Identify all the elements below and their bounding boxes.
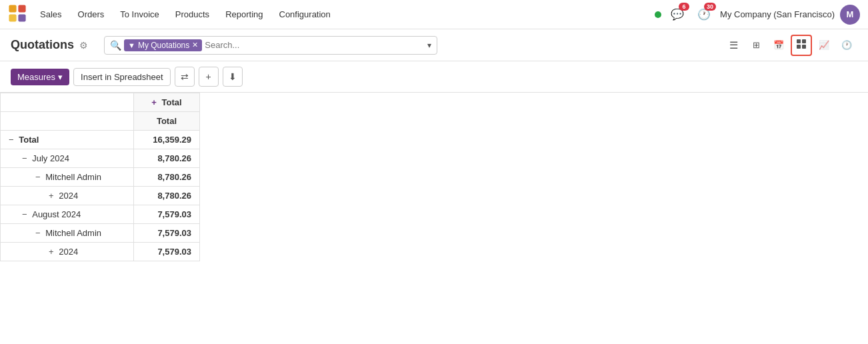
online-status-dot	[655, 11, 661, 18]
row-value-cell: 7,579.03	[134, 224, 200, 243]
chat-button[interactable]: 💬 6	[667, 4, 688, 25]
nav-configuration[interactable]: Configuration	[273, 5, 337, 23]
row-value-cell: 8,780.26	[134, 168, 200, 187]
filter-chip-remove[interactable]: ✕	[192, 41, 198, 49]
row-label: 2024	[59, 247, 78, 257]
nav-sales[interactable]: Sales	[33, 5, 69, 23]
row-label: Mitchell Admin	[45, 172, 101, 182]
expand-all-button[interactable]: +	[199, 67, 219, 87]
kanban-view-icon: ⊞	[753, 40, 760, 50]
activity-view-button[interactable]: 🕐	[836, 35, 857, 56]
chart-view-icon: 📈	[819, 40, 829, 50]
pivot-view-icon	[796, 39, 807, 51]
user-avatar[interactable]: M	[840, 5, 860, 25]
search-input[interactable]	[205, 40, 425, 50]
nav-to-invoice[interactable]: To Invoice	[113, 5, 166, 23]
col-expand-icon[interactable]: +	[151, 97, 157, 107]
activity-badge: 30	[704, 3, 716, 11]
row-value-cell: 8,780.26	[134, 149, 200, 168]
col-total-label: Total	[162, 97, 182, 107]
calendar-view-icon: 📅	[773, 40, 784, 50]
search-dropdown-button[interactable]: ▾	[427, 41, 431, 50]
chat-badge: 6	[679, 3, 689, 11]
svg-rect-1	[18, 5, 25, 12]
activity-view-icon: 🕐	[841, 40, 852, 50]
table-row: − August 20247,579.03	[1, 205, 200, 224]
my-quotations-filter-chip[interactable]: ▼ My Quotations ✕	[124, 39, 202, 51]
row-label-cell: + 2024	[1, 187, 134, 205]
nav-right-area: 💬 6 🕐 30 My Company (San Francisco) M	[655, 4, 860, 25]
table-row: − Mitchell Admin7,579.03	[1, 224, 200, 243]
pivot-table: + Total Total − Total16,359.29− July 202…	[0, 93, 200, 261]
settings-gear-icon[interactable]: ⚙	[79, 40, 88, 51]
svg-rect-5	[802, 39, 806, 43]
pivot-view-button[interactable]	[791, 35, 812, 56]
top-navigation: Sales Orders To Invoice Products Reporti…	[0, 0, 868, 29]
measures-button[interactable]: Measures ▾	[11, 69, 69, 85]
row-label: July 2024	[32, 153, 69, 163]
download-button[interactable]: ⬇	[223, 67, 243, 87]
row-label: Total	[19, 135, 39, 145]
svg-rect-4	[797, 39, 801, 43]
filter-chip-label: My Quotations	[138, 41, 189, 50]
expand-icon[interactable]: +	[49, 247, 56, 257]
table-row: − July 20248,780.26	[1, 149, 200, 168]
nav-reporting[interactable]: Reporting	[219, 5, 269, 23]
chart-view-button[interactable]: 📈	[813, 35, 835, 56]
pivot-col-total-header: + Total	[134, 93, 200, 112]
search-icon: 🔍	[110, 40, 121, 51]
pivot-col-sub-total: Total	[134, 112, 200, 131]
row-label-cell: − July 2024	[1, 149, 134, 168]
row-label: 2024	[59, 191, 78, 201]
pivot-toolbar: Measures ▾ Insert in Spreadsheet ⇄ + ⬇	[0, 61, 868, 93]
svg-rect-7	[802, 45, 806, 49]
svg-rect-2	[9, 14, 16, 21]
page-title: Quotations	[11, 38, 74, 52]
app-logo[interactable]	[8, 4, 31, 25]
pivot-sub-header-empty	[1, 112, 134, 131]
svg-rect-0	[9, 5, 16, 12]
collapse-icon[interactable]: −	[35, 228, 43, 238]
flip-axis-button[interactable]: ⇄	[175, 67, 195, 87]
search-bar: 🔍 ▼ My Quotations ✕ ▾	[104, 36, 437, 55]
row-label-cell: + 2024	[1, 243, 134, 261]
activity-button[interactable]: 🕐 30	[693, 4, 715, 25]
nav-products[interactable]: Products	[169, 5, 216, 23]
measures-dropdown-icon: ▾	[58, 72, 63, 82]
download-icon: ⬇	[229, 71, 237, 82]
table-row: − Mitchell Admin8,780.26	[1, 168, 200, 187]
collapse-icon[interactable]: −	[35, 172, 43, 182]
row-label-cell: − Mitchell Admin	[1, 224, 134, 243]
table-row: − Total16,359.29	[1, 131, 200, 149]
pivot-table-container: + Total Total − Total16,359.29− July 202…	[0, 93, 868, 261]
collapse-icon[interactable]: −	[22, 209, 29, 219]
table-row: + 20248,780.26	[1, 187, 200, 205]
flip-axis-icon: ⇄	[181, 71, 189, 82]
row-label: August 2024	[32, 209, 81, 219]
measures-label: Measures	[17, 72, 55, 82]
collapse-icon[interactable]: −	[22, 153, 29, 163]
row-value-cell: 8,780.26	[134, 187, 200, 205]
expand-icon[interactable]: +	[49, 191, 56, 201]
row-value-cell: 7,579.03	[134, 243, 200, 261]
search-input-container[interactable]: 🔍 ▼ My Quotations ✕ ▾	[104, 36, 437, 55]
row-label-cell: − August 2024	[1, 205, 134, 224]
row-value-cell: 16,359.29	[134, 131, 200, 149]
svg-rect-3	[18, 14, 25, 21]
kanban-view-button[interactable]: ⊞	[745, 35, 767, 56]
collapse-icon[interactable]: −	[9, 135, 16, 145]
company-name[interactable]: My Company (San Francisco)	[720, 9, 835, 19]
list-view-icon: ☰	[729, 39, 738, 51]
calendar-view-button[interactable]: 📅	[768, 35, 789, 56]
row-label-cell: − Total	[1, 131, 134, 149]
row-value-cell: 7,579.03	[134, 205, 200, 224]
row-label-cell: − Mitchell Admin	[1, 168, 134, 187]
expand-all-icon: +	[206, 71, 211, 82]
view-switcher: ☰ ⊞ 📅 📈 🕐	[723, 35, 857, 56]
insert-spreadsheet-button[interactable]: Insert in Spreadsheet	[73, 68, 171, 86]
breadcrumb-bar: Quotations ⚙ 🔍 ▼ My Quotations ✕ ▾ ☰ ⊞ 📅	[0, 29, 868, 61]
nav-orders[interactable]: Orders	[71, 5, 111, 23]
list-view-button[interactable]: ☰	[723, 35, 744, 56]
filter-chip-icon: ▼	[128, 41, 135, 49]
pivot-row-header-empty	[1, 93, 134, 112]
